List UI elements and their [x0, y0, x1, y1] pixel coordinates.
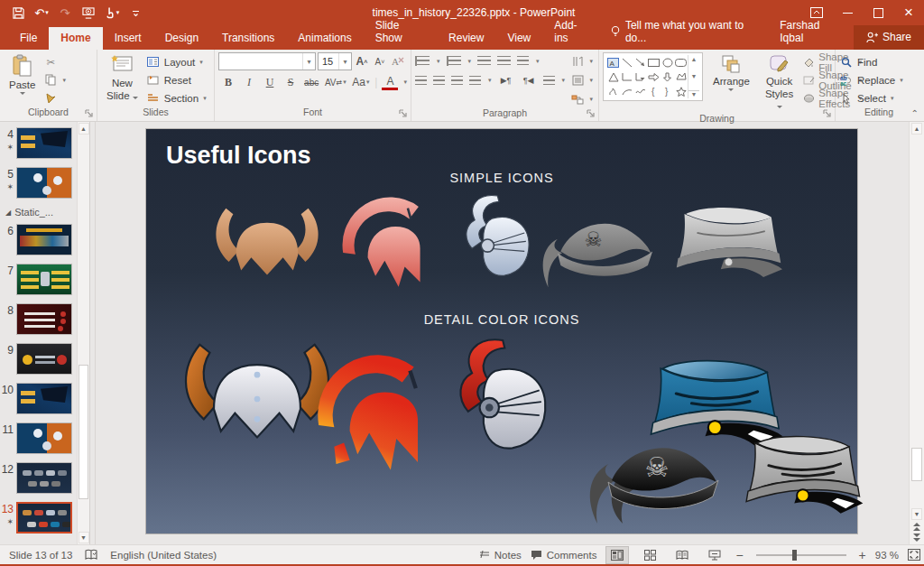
- slide-thumbnail-8[interactable]: 8: [2, 303, 77, 335]
- touch-mouse-mode-button[interactable]: ▾: [101, 3, 123, 23]
- quick-styles-button[interactable]: Quick Styles: [760, 52, 799, 112]
- bold-button[interactable]: B: [220, 74, 236, 90]
- knight-helmet-simple-icon[interactable]: [442, 180, 549, 299]
- decrease-indent-button[interactable]: [477, 56, 491, 66]
- next-slide-button[interactable]: [913, 534, 920, 542]
- rectangle-shape-icon[interactable]: [648, 58, 660, 68]
- section-header[interactable]: ◢ Static_...: [5, 207, 77, 218]
- slide-thumbnail-5[interactable]: 5✶: [2, 167, 77, 199]
- slide-8-thumb-image[interactable]: [16, 303, 72, 335]
- tab-design[interactable]: Design: [153, 27, 210, 50]
- paragraph-dialog-launcher[interactable]: [586, 108, 596, 119]
- bullets-button[interactable]: [415, 56, 430, 66]
- line-shape-icon[interactable]: [622, 58, 633, 68]
- format-painter-button[interactable]: [43, 90, 66, 106]
- copy-dropdown-icon[interactable]: ▾: [62, 77, 66, 84]
- text-direction-rtl-icon[interactable]: ¶◀: [521, 72, 537, 88]
- slide-canvas[interactable]: Useful Icons SIMPLE ICONS: [146, 129, 857, 534]
- section-button[interactable]: Section▾: [146, 90, 207, 106]
- convert-smartart-button[interactable]: ▾: [570, 91, 593, 107]
- military-cap-simple-icon[interactable]: [662, 199, 789, 290]
- shapes-gallery[interactable]: A {: [603, 52, 703, 101]
- right-brace-shape-icon[interactable]: }: [664, 87, 671, 97]
- justify-button[interactable]: [469, 76, 481, 86]
- slide-show-view-button[interactable]: [703, 546, 726, 564]
- shapes-grid[interactable]: A {: [606, 55, 688, 98]
- slide-thumbnail-6[interactable]: 6: [2, 224, 77, 255]
- slide-thumbnail-10[interactable]: 10: [2, 383, 77, 414]
- shapes-scroll-down-icon[interactable]: ▼: [691, 73, 698, 79]
- slide-thumbnail-12[interactable]: 12: [2, 462, 77, 494]
- close-button[interactable]: ×: [893, 0, 924, 25]
- tab-view[interactable]: View: [495, 27, 542, 50]
- text-direction-ltr-icon[interactable]: ▶¶: [498, 72, 514, 88]
- gray-military-cap-detail-icon[interactable]: [731, 429, 868, 524]
- new-slide-button[interactable]: New Slide: [101, 52, 143, 103]
- save-icon[interactable]: [7, 3, 29, 23]
- new-slide-dropdown-icon[interactable]: [133, 97, 138, 99]
- paste-button[interactable]: Paste: [4, 52, 41, 97]
- elbow-arrow-connector-icon[interactable]: [635, 72, 646, 82]
- right-arrow-shape-icon[interactable]: [648, 72, 660, 82]
- fit-slide-to-window-icon[interactable]: [908, 549, 920, 561]
- select-button[interactable]: Select▾: [839, 90, 919, 106]
- reading-view-button[interactable]: [670, 546, 694, 564]
- detail-icons-heading[interactable]: DETAIL COLOR ICONS: [146, 312, 857, 327]
- zoom-in-button[interactable]: +: [859, 548, 866, 562]
- numbering-button[interactable]: [447, 56, 461, 66]
- columns-button[interactable]: [543, 76, 555, 86]
- notes-button[interactable]: Notes: [479, 550, 522, 561]
- curve-shape-icon[interactable]: [635, 87, 646, 97]
- character-spacing-button[interactable]: AV⇄▾: [324, 74, 346, 90]
- freeform-shape-icon[interactable]: [676, 72, 687, 82]
- align-text-button[interactable]: ▾: [570, 72, 593, 88]
- slide-7-thumb-image[interactable]: [16, 264, 72, 295]
- slide-thumbnail-13-selected[interactable]: 13✶: [2, 502, 77, 534]
- slide-12-thumb-image[interactable]: [16, 462, 72, 494]
- collapse-ribbon-icon[interactable]: ⌃: [911, 108, 919, 118]
- slide-13-thumb-image[interactable]: [16, 502, 72, 534]
- find-button[interactable]: Find: [839, 54, 919, 70]
- tab-animations[interactable]: Animations: [286, 27, 363, 50]
- replace-button[interactable]: abac Replace▾: [839, 72, 919, 88]
- strikethrough-button[interactable]: S: [282, 74, 299, 90]
- drawing-dialog-launcher[interactable]: [822, 108, 833, 119]
- spell-check-icon[interactable]: [85, 549, 97, 561]
- align-left-button[interactable]: [415, 76, 427, 86]
- underline-button[interactable]: U: [262, 74, 278, 90]
- editor-scroll-down-icon[interactable]: ▼: [911, 508, 922, 520]
- font-size-combo[interactable]: 15 ▾: [318, 52, 352, 70]
- slide-6-thumb-image[interactable]: [16, 224, 72, 255]
- align-right-button[interactable]: [451, 76, 463, 86]
- shrink-font-button[interactable]: A˅: [372, 53, 388, 70]
- zoom-slider[interactable]: [756, 554, 846, 556]
- editor-scrollbar[interactable]: ▲ ▼: [909, 122, 924, 544]
- tab-transitions[interactable]: Transitions: [210, 27, 286, 50]
- rounded-rect-shape-icon[interactable]: [675, 58, 687, 68]
- slide-10-thumb-image[interactable]: [16, 383, 72, 414]
- share-button[interactable]: Share: [854, 25, 924, 50]
- clipboard-dialog-launcher[interactable]: [84, 108, 95, 119]
- font-dialog-launcher[interactable]: [398, 108, 409, 119]
- paste-dropdown-icon[interactable]: [20, 92, 25, 95]
- undo-dropdown-icon[interactable]: ▾: [45, 9, 49, 16]
- triangle-shape-icon[interactable]: [608, 72, 619, 82]
- language-indicator[interactable]: English (United States): [110, 550, 217, 561]
- italic-button[interactable]: I: [241, 74, 257, 90]
- customize-qat-button[interactable]: [125, 3, 146, 23]
- editor-scroll-up-icon[interactable]: ▲: [911, 123, 922, 135]
- panel-scroll-up-icon[interactable]: ▲: [79, 123, 89, 135]
- elbow-connector-icon[interactable]: [622, 72, 633, 82]
- line-spacing-button[interactable]: [517, 56, 529, 66]
- slide-sorter-view-button[interactable]: [638, 546, 661, 564]
- down-arrow-shape-icon[interactable]: [662, 72, 672, 82]
- font-color-dropdown-icon[interactable]: ▾: [403, 79, 407, 86]
- section-collapse-icon[interactable]: ◢: [5, 209, 11, 217]
- slide-4-thumb-image[interactable]: [16, 127, 72, 159]
- touch-mode-dropdown-icon[interactable]: ▾: [116, 9, 120, 16]
- zoom-slider-thumb[interactable]: [792, 550, 797, 561]
- tab-file[interactable]: File: [0, 27, 49, 50]
- font-name-combo[interactable]: ▾: [218, 52, 316, 70]
- thumbnail-panel-scrollbar[interactable]: ▲ ▼: [77, 122, 89, 544]
- slide-11-thumb-image[interactable]: [16, 422, 72, 454]
